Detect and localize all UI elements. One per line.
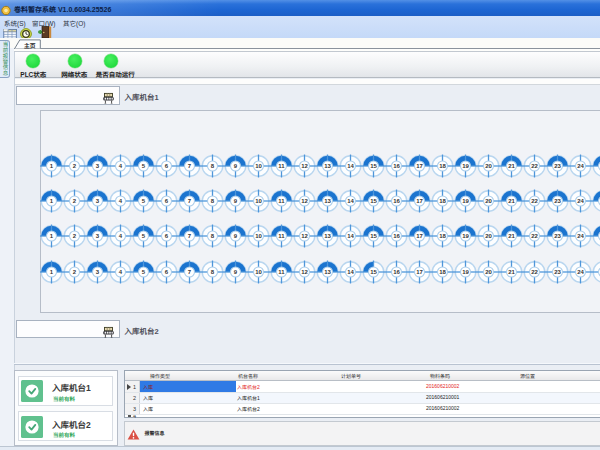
svg-text:14: 14 bbox=[347, 233, 354, 239]
svg-text:24: 24 bbox=[577, 269, 584, 275]
svg-text:17: 17 bbox=[416, 269, 423, 275]
svg-text:13: 13 bbox=[324, 198, 331, 204]
svg-text:23: 23 bbox=[554, 269, 561, 275]
svg-text:18: 18 bbox=[439, 163, 446, 169]
svg-text:14: 14 bbox=[347, 269, 354, 275]
svg-text:16: 16 bbox=[393, 163, 400, 169]
svg-text:21: 21 bbox=[508, 269, 515, 275]
svg-text:11: 11 bbox=[278, 163, 285, 169]
svg-text:11: 11 bbox=[278, 269, 285, 275]
svg-text:11: 11 bbox=[278, 198, 285, 204]
svg-text:13: 13 bbox=[324, 233, 331, 239]
svg-text:24: 24 bbox=[577, 198, 584, 204]
svg-text:20: 20 bbox=[485, 163, 492, 169]
svg-text:18: 18 bbox=[439, 198, 446, 204]
svg-text:22: 22 bbox=[531, 233, 538, 239]
svg-text:21: 21 bbox=[508, 163, 515, 169]
svg-text:10: 10 bbox=[255, 163, 262, 169]
svg-text:20: 20 bbox=[485, 233, 492, 239]
svg-text:22: 22 bbox=[531, 163, 538, 169]
svg-text:19: 19 bbox=[462, 269, 469, 275]
svg-text:15: 15 bbox=[370, 198, 377, 204]
svg-text:16: 16 bbox=[393, 269, 400, 275]
svg-text:11: 11 bbox=[278, 233, 285, 239]
svg-text:19: 19 bbox=[462, 233, 469, 239]
svg-text:12: 12 bbox=[301, 233, 308, 239]
svg-text:23: 23 bbox=[554, 163, 561, 169]
svg-text:24: 24 bbox=[577, 163, 584, 169]
svg-text:14: 14 bbox=[347, 163, 354, 169]
svg-text:22: 22 bbox=[531, 198, 538, 204]
svg-text:18: 18 bbox=[439, 269, 446, 275]
svg-text:10: 10 bbox=[255, 233, 262, 239]
svg-text:23: 23 bbox=[554, 233, 561, 239]
svg-text:17: 17 bbox=[416, 163, 423, 169]
svg-text:12: 12 bbox=[301, 198, 308, 204]
svg-text:19: 19 bbox=[462, 198, 469, 204]
svg-text:24: 24 bbox=[577, 233, 584, 239]
svg-text:12: 12 bbox=[301, 163, 308, 169]
svg-text:21: 21 bbox=[508, 198, 515, 204]
svg-text:12: 12 bbox=[301, 269, 308, 275]
svg-text:15: 15 bbox=[370, 269, 377, 275]
svg-text:13: 13 bbox=[324, 163, 331, 169]
svg-text:18: 18 bbox=[439, 233, 446, 239]
svg-text:19: 19 bbox=[462, 163, 469, 169]
svg-text:16: 16 bbox=[393, 198, 400, 204]
svg-text:14: 14 bbox=[347, 198, 354, 204]
svg-text:22: 22 bbox=[531, 269, 538, 275]
svg-text:21: 21 bbox=[508, 233, 515, 239]
svg-text:17: 17 bbox=[416, 198, 423, 204]
svg-text:10: 10 bbox=[255, 269, 262, 275]
svg-text:20: 20 bbox=[485, 198, 492, 204]
svg-text:20: 20 bbox=[485, 269, 492, 275]
svg-text:23: 23 bbox=[554, 198, 561, 204]
svg-text:10: 10 bbox=[255, 198, 262, 204]
svg-text:15: 15 bbox=[370, 163, 377, 169]
svg-text:13: 13 bbox=[324, 269, 331, 275]
svg-text:15: 15 bbox=[370, 233, 377, 239]
svg-text:16: 16 bbox=[393, 233, 400, 239]
svg-text:17: 17 bbox=[416, 233, 423, 239]
